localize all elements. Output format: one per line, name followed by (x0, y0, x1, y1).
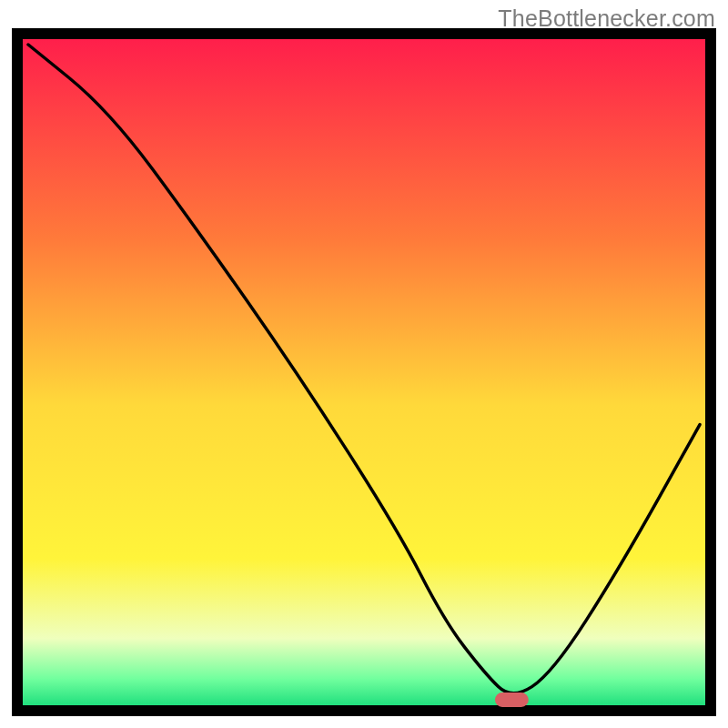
watermark-text: TheBottlenecker.com (498, 5, 715, 32)
optimal-marker (495, 693, 529, 707)
gradient-background (23, 39, 705, 705)
bottleneck-chart (0, 0, 728, 728)
chart-stage: TheBottlenecker.com (0, 0, 728, 728)
